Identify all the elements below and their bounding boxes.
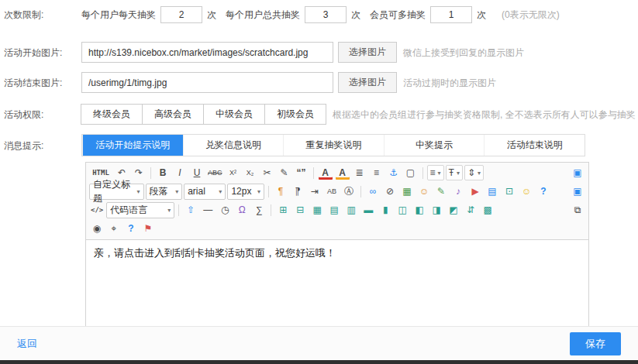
letter-spacing-dropdown[interactable]: Ŧ ▾ <box>446 165 463 180</box>
choose-end-image-button[interactable]: 选择图片 <box>338 72 397 93</box>
format-painter-icon[interactable]: ✎ <box>277 165 292 180</box>
drafts-icon[interactable]: ⚑ <box>140 221 156 236</box>
paragraph-select[interactable]: 段落 ▾ <box>146 184 183 200</box>
highlight-color-icon[interactable]: A <box>335 165 350 180</box>
italic-icon[interactable]: I <box>172 165 188 180</box>
icon-glyph: ⊘ <box>386 184 394 198</box>
music-icon[interactable]: ♪ <box>450 184 466 199</box>
subscript-icon[interactable]: X₂ <box>243 165 258 180</box>
back-link[interactable]: 返回 <box>17 337 37 351</box>
find-icon[interactable]: ⌖ <box>106 221 122 236</box>
special-chars-icon[interactable]: Ω <box>234 202 250 218</box>
insert-code-icon[interactable]: </> <box>89 202 105 218</box>
member-level-final-button[interactable]: 终级会员 <box>81 104 143 125</box>
insert-col-icon[interactable]: ▥ <box>343 202 359 218</box>
ltr-paragraph-icon[interactable]: ¶ <box>273 184 288 199</box>
member-level-group: 终级会员高级会员中级会员初级会员 <box>81 104 326 125</box>
underline-icon[interactable]: U <box>189 165 205 180</box>
member-level-mid-button[interactable]: 中级会员 <box>203 104 265 125</box>
icon-glyph: ⌖ <box>112 221 117 235</box>
formula-icon[interactable]: ∑ <box>251 202 267 218</box>
end-image-url-input[interactable] <box>81 72 333 93</box>
tab-repeat-draw[interactable]: 重复抽奖说明 <box>283 135 384 156</box>
style-select[interactable]: 自定义标题 ▾ <box>89 184 144 200</box>
table-title-icon[interactable]: ▦ <box>309 202 325 218</box>
toolbar-separator <box>150 167 151 179</box>
image-icon[interactable]: ▦ <box>399 184 415 199</box>
icon-glyph: ▢ <box>406 166 415 180</box>
delete-row-icon[interactable]: ▬ <box>360 202 376 218</box>
icon-glyph: ▥ <box>347 203 356 217</box>
icon-glyph: ⚑ <box>144 221 153 235</box>
help-icon[interactable]: ? <box>536 184 551 199</box>
font-family-select[interactable]: arial ▾ <box>184 184 226 200</box>
sort-table-icon[interactable]: ⇵ <box>463 202 478 218</box>
merge-cells-icon[interactable]: ◫ <box>395 202 410 218</box>
search-replace-icon[interactable]: AB <box>324 184 340 199</box>
date-time-icon[interactable]: ◷ <box>217 202 233 218</box>
tab-winning-message[interactable]: 中奖提示 <box>384 135 485 156</box>
insert-row-icon[interactable]: ▤ <box>326 202 342 218</box>
video-icon[interactable]: ▶ <box>467 184 483 199</box>
strikethrough-icon[interactable]: ABC <box>206 165 224 180</box>
member-extra-draw-input[interactable] <box>430 6 472 23</box>
merge-right-icon[interactable]: ◧ <box>412 202 427 218</box>
icon-glyph: ? <box>128 221 133 235</box>
text-align-dropdown[interactable]: ≡ ▾ <box>427 165 444 180</box>
tab-activity-start-message[interactable]: 活动开始提示说明 <box>82 135 183 156</box>
member-level-junior-button[interactable]: 初级会员 <box>264 104 326 125</box>
smiley-icon[interactable]: ☺ <box>519 184 534 199</box>
help-icon[interactable]: ? <box>123 221 139 236</box>
remove-format-icon[interactable]: ✂ <box>260 165 275 180</box>
unordered-list-icon[interactable]: ≡ <box>369 165 385 180</box>
simple-upload-icon[interactable]: ⇧ <box>183 202 198 218</box>
new-page-icon[interactable]: ▢ <box>403 165 419 180</box>
start-image-url-input[interactable] <box>81 42 333 63</box>
indent-icon[interactable]: ⇥ <box>307 184 322 199</box>
per-day-draw-input[interactable] <box>160 6 202 23</box>
choose-start-image-button[interactable]: 选择图片 <box>338 42 397 63</box>
icon-glyph: ∑ <box>256 203 263 217</box>
insert-table-icon[interactable]: ⊞ <box>275 202 291 218</box>
preview-icon[interactable]: ◉ <box>89 221 105 236</box>
horizontal-rule-icon[interactable]: — <box>200 202 216 218</box>
line-spacing-dropdown[interactable]: ⇕ ▾ <box>464 165 484 180</box>
blockquote-icon[interactable]: “” <box>294 165 309 180</box>
scrawl-icon[interactable]: ✎ <box>433 184 449 199</box>
fullscreen-icon[interactable]: ▣ <box>570 165 585 180</box>
rtl-paragraph-icon[interactable]: ¶ <box>290 184 305 199</box>
delete-col-icon[interactable]: ▮ <box>378 202 393 218</box>
unlink-icon[interactable]: ⊘ <box>382 184 398 199</box>
ordered-list-icon[interactable]: ≣ <box>352 165 367 180</box>
emotion-icon[interactable]: ☺ <box>416 184 432 199</box>
bold-icon[interactable]: B <box>155 165 171 180</box>
start-image-label: 活动开始图片: <box>4 43 81 63</box>
screenshot-icon[interactable]: ⊡ <box>502 184 517 199</box>
icon-glyph: 段落 <box>150 184 168 198</box>
split-col-icon[interactable]: ◩ <box>446 202 461 218</box>
edit-block-icon[interactable]: ▣ <box>570 184 585 199</box>
anchor-icon[interactable]: ⚓ <box>386 165 402 180</box>
icon-glyph: ↷ <box>135 166 143 180</box>
link-icon[interactable]: ∞ <box>365 184 381 199</box>
toolbar-separator <box>271 204 271 216</box>
split-row-icon[interactable]: ◨ <box>429 202 444 218</box>
icon-glyph: ∞ <box>370 184 377 198</box>
tab-redeem-info[interactable]: 兑奖信息说明 <box>183 135 284 156</box>
font-color-icon[interactable]: A <box>318 165 333 180</box>
code-language-select[interactable]: 代码语言 ▾ <box>106 202 174 218</box>
editor-content[interactable]: 亲，请点击进入到刮刮卡抽奖活动页面，祝您好运哦！ <box>86 240 588 339</box>
superscript-icon[interactable]: X² <box>226 165 241 180</box>
font-size-select[interactable]: 12px ▾ <box>227 184 264 200</box>
member-level-high-button[interactable]: 高级会员 <box>142 104 204 125</box>
template-icon[interactable]: ▤ <box>485 184 500 199</box>
table-border-icon[interactable]: ▩ <box>480 202 495 218</box>
print-icon[interactable]: ⧉ <box>570 202 585 218</box>
tab-activity-end[interactable]: 活动结束说明 <box>484 135 585 156</box>
icon-glyph: ◨ <box>433 203 441 217</box>
save-button[interactable]: 保存 <box>570 332 621 355</box>
autotypeset-icon[interactable]: Ⓐ <box>341 184 357 199</box>
delete-table-icon[interactable]: ⊟ <box>292 202 308 218</box>
total-draw-input[interactable] <box>305 6 347 23</box>
icon-glyph: ▶ <box>471 184 478 198</box>
